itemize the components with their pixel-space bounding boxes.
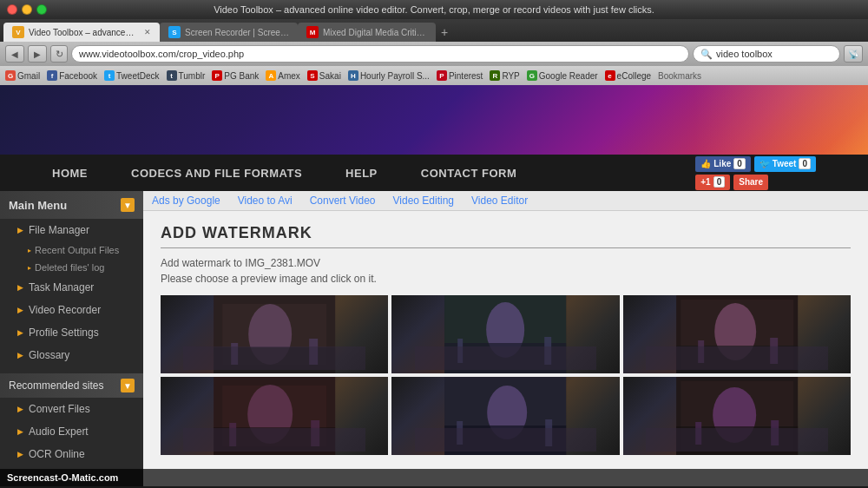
bookmark-hourlypayroll[interactable]: H Hourly Payroll S... [348,70,430,81]
window-controls [7,4,47,15]
bookmark-tumblr[interactable]: t Tumblr [167,70,206,81]
sidebar-filemanager-label: File Manager [29,224,89,236]
hero-banner [0,85,868,155]
share-button[interactable]: Share [733,175,768,190]
bookmark-amex-label: Amex [278,71,300,81]
like-count: 0 [733,158,746,169]
svg-rect-22 [229,423,236,446]
url-text: www.videotoolbox.com/crop_video.php [79,49,244,59]
thumbnail-2[interactable] [391,295,619,373]
ads-link-videoeditor[interactable]: Video Editor [471,195,528,207]
bookmark-pinterest[interactable]: P Pinterest [437,70,483,81]
tab-favicon-vt: V [12,26,24,38]
svg-rect-29 [545,419,552,446]
new-tab-button[interactable]: + [436,23,453,42]
bottom-bar: Screencast-O-Matic.com [0,469,868,486]
sidebar-item-convertfiles[interactable]: ▶ Convert Files [0,398,143,420]
bookmark-googlereader[interactable]: G Google Reader [527,70,598,81]
ads-link-videoediting[interactable]: Video Editing [393,195,455,207]
bookmark-tweetdeck[interactable]: t TweetDeck [104,70,159,81]
sidebar-item-glossary[interactable]: ▶ Glossary [0,344,143,366]
forward-button[interactable]: ▶ [28,45,47,63]
bookmark-gmail[interactable]: G Gmail [5,70,40,81]
search-bar[interactable]: 🔍 video toolbox [693,45,840,63]
nav-help[interactable]: HELP [345,167,378,180]
gplus-count: 0 [713,176,726,188]
sidebar-item-recentoutput[interactable]: ▸ Recent Output Files [0,241,143,259]
facebook-like-button[interactable]: 👍 Like 0 [695,156,751,172]
content-area: Main Menu ▼ ▶ File Manager ▸ Recent Outp… [0,191,868,486]
window-title: Video Toolbox – advanced online video ed… [214,4,654,15]
thumbnail-6[interactable] [623,377,851,455]
svg-point-8 [486,302,524,358]
bookmark-amex[interactable]: A Amex [266,70,300,81]
title-divider [161,247,851,248]
bookmark-pgbank[interactable]: P PG Bank [212,70,259,81]
navigation-bar: ◀ ▶ ↻ www.videotoolbox.com/crop_video.ph… [0,42,868,66]
bookmark-facebook[interactable]: f Facebook [47,70,97,81]
site-wrapper: HOME CODECS AND FILE FORMATS HELP CONTAC… [0,85,868,486]
sidebar-item-profilesettings[interactable]: ▶ Profile Settings [0,321,143,344]
img-placeholder-5 [391,377,619,455]
share-label: Share [739,177,763,187]
sakai-icon: S [307,70,318,81]
svg-rect-35 [771,420,779,445]
bookmarks-bar: G Gmail f Facebook t TweetDeck t Tumblr … [0,66,868,85]
dot-icon-2: ▸ [28,264,31,272]
minimize-button[interactable] [22,4,32,15]
social-buttons: 👍 Like 0 🐦 Tweet 0 +1 0 Share [695,156,816,190]
arrow-icon-8: ▶ [17,450,23,458]
sidebar-item-ocronline[interactable]: ▶ OCR Online [0,443,143,465]
search-value: video toolbox [716,49,773,59]
bookmark-ecollege[interactable]: e eCollege [605,70,651,81]
tab-videotoolbox[interactable]: V Video Toolbox – advanced onlin... ✕ [3,23,160,42]
maximize-button[interactable] [36,4,47,15]
nav-contact[interactable]: CONTACT FORM [421,167,516,180]
bookmark-sakai[interactable]: S Sakai [307,70,341,81]
social-row-2: +1 0 Share [695,175,816,190]
svg-rect-10 [457,339,463,363]
hero-overlay [694,85,868,155]
twitter-tweet-button[interactable]: 🐦 Tweet 0 [754,156,816,172]
arrow-icon-2: ▶ [17,283,23,292]
thumbnail-1[interactable] [161,295,388,373]
back-button[interactable]: ◀ [5,45,24,63]
ads-link-convertvideo[interactable]: Convert Video [310,195,376,207]
bookmark-ryp[interactable]: R RYP [490,70,519,81]
sidebar-taskmanager-label: Task Manager [29,281,94,293]
tab-favicon-sc: S [168,26,181,38]
ads-bar: Ads by Google Video to Avi Convert Video… [143,191,868,211]
sidebar-item-videorecorder[interactable]: ▶ Video Recorder [0,299,143,321]
googleplus-button[interactable]: +1 0 [695,175,730,190]
nav-codecs[interactable]: CODECS AND FILE FORMATS [131,167,302,180]
sidebar-item-filemanager[interactable]: ▶ File Manager [0,219,143,241]
svg-rect-33 [676,426,798,455]
ads-link-videoavi[interactable]: Video to Avi [238,195,293,207]
rss-button[interactable]: 📡 [844,45,863,63]
nav-home[interactable]: HOME [52,167,88,180]
arrow-icon-7: ▶ [17,427,23,436]
sidebar-item-audioexpert[interactable]: ▶ Audio Expert [0,420,143,443]
reload-button[interactable]: ↻ [50,45,68,63]
svg-rect-17 [770,338,778,364]
thumbnail-3[interactable] [623,295,851,373]
subtitle: Add watermark to IMG_2381.MOV [161,257,851,269]
thumbnail-4[interactable] [161,377,388,455]
tab-screencast[interactable]: S Screen Recorder | Screencast–O... [160,23,298,42]
tab-close-vt[interactable]: ✕ [144,28,151,36]
thumbnail-5[interactable] [391,377,619,455]
close-button[interactable] [7,4,17,15]
sidebar-item-deletedfiles[interactable]: ▸ Deleted files' log [0,259,143,276]
hourlypayroll-icon: H [348,70,358,81]
recommended-label: Recommended sites [9,379,103,392]
sidebar-menu-label: Main Menu [9,199,67,212]
recommended-dropdown-arrow[interactable]: ▼ [121,379,135,392]
tab-mixed-media[interactable]: M Mixed Digital Media Critique – ... [298,23,436,42]
bookmarks-more[interactable]: Bookmarks [658,71,701,81]
sidebar-dropdown-arrow[interactable]: ▼ [121,198,135,212]
svg-rect-15 [676,346,798,373]
url-bar[interactable]: www.videotoolbox.com/crop_video.php [71,45,689,63]
tab-label-vt: Video Toolbox – advanced onlin... [29,28,136,37]
sidebar-item-taskmanager[interactable]: ▶ Task Manager [0,276,143,299]
img-placeholder-1 [161,295,388,373]
